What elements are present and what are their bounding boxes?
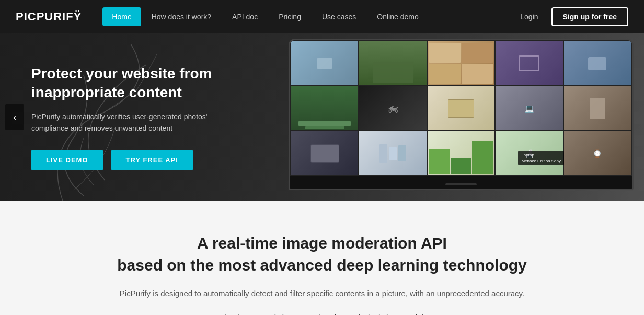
hero-prev-button[interactable]: ‹	[5, 104, 24, 130]
features-title-line2: based on the most advanced deep learning…	[117, 256, 527, 274]
features-title-line1: A real-time image moderation API	[197, 234, 447, 252]
screen-img-15: ⌚	[564, 131, 631, 175]
features-learn-more-link[interactable]: What is automatic image moderation and w…	[217, 313, 427, 316]
screen-img-4	[496, 41, 562, 85]
screen-img-8	[428, 86, 494, 130]
laptop-overlay-label: Laptop Menace Edition Sony	[518, 151, 564, 165]
nav-online-demo[interactable]: Online demo	[366, 0, 429, 33]
screen-img-5	[564, 41, 631, 85]
nav-api-doc[interactable]: API doc	[222, 0, 268, 33]
nav-how-it-works[interactable]: How does it work?	[141, 0, 222, 33]
screen-img-11	[291, 131, 358, 175]
nav-use-cases[interactable]: Use cases	[312, 0, 366, 33]
hero-buttons: LIVE DEMO TRY FREE API	[31, 150, 230, 170]
features-title: A real-time image moderation API based o…	[21, 232, 623, 276]
screen-img-7: 🏍	[359, 86, 426, 130]
screen-img-2	[359, 41, 426, 85]
try-free-api-button[interactable]: TRY FREE API	[111, 150, 193, 170]
screen-img-13	[428, 131, 494, 175]
laptop-base	[290, 176, 632, 190]
logo-text: PICPURIFŸ	[16, 10, 82, 24]
navbar: PICPURIFŸ Home How does it work? API doc…	[0, 0, 644, 33]
screen-img-6	[291, 86, 358, 130]
screen-img-12	[359, 131, 426, 175]
laptop-screen: 🏍 💻	[290, 40, 632, 176]
hero-subtitle: PicPurify automatically verifies user-ge…	[31, 111, 230, 134]
nav-pricing[interactable]: Pricing	[268, 0, 312, 33]
live-demo-button[interactable]: LIVE DEMO	[31, 150, 103, 170]
signup-button[interactable]: Sign up for free	[551, 7, 628, 26]
screen-img-9: 💻	[496, 86, 562, 130]
nav-right: Login Sign up for free	[512, 7, 628, 26]
nav-home[interactable]: Home	[102, 7, 141, 26]
features-description: PicPurify is designed to automatically d…	[113, 287, 531, 300]
laptop-frame: 🏍 💻	[289, 39, 634, 190]
nav-links: Home How does it work? API doc Pricing U…	[102, 0, 512, 33]
hero-title: Protect your website from inappropriate …	[31, 64, 230, 103]
login-link[interactable]: Login	[512, 13, 546, 21]
logo: PICPURIFŸ	[16, 10, 82, 24]
screen-img-3	[428, 41, 494, 85]
hero-mockup: 🏍 💻	[289, 39, 644, 201]
hero-section: ‹ Protect your website from inappropriat…	[0, 33, 644, 201]
hero-content: Protect your website from inappropriate …	[0, 38, 261, 197]
features-section: A real-time image moderation API based o…	[0, 201, 644, 315]
screen-img-10	[564, 86, 631, 130]
screen-img-1	[291, 41, 358, 85]
